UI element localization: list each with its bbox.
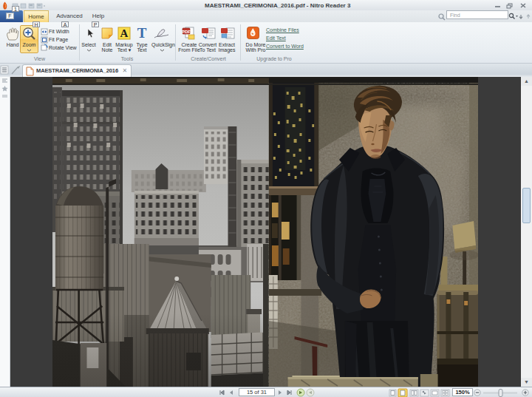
svg-text:T: T [137, 26, 147, 39]
svg-text:PDF: PDF [182, 30, 191, 34]
svg-text:A: A [120, 27, 129, 39]
